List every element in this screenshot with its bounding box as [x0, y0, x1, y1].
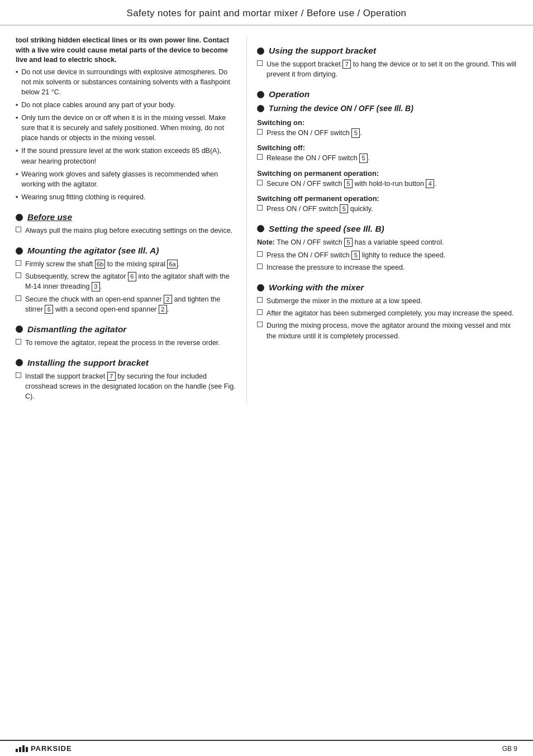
safety-bullet-list: Do not use device in surroundings with e… [16, 67, 236, 203]
content-area: tool striking hidden electical lines or … [0, 26, 533, 409]
badge-5e: 5 [344, 238, 353, 247]
brand-bars-icon [16, 745, 28, 752]
switching-on-title: Switching on: [257, 118, 517, 127]
page-number: GB 9 [502, 745, 517, 753]
square-bullet-icon [257, 129, 263, 135]
square-bullet-icon [257, 60, 263, 66]
before-use-section-title: Before use [16, 212, 236, 222]
switching-on-perm-title: Switching on permanent operation: [257, 169, 517, 178]
switching-off-title: Switching off: [257, 143, 517, 152]
bullet-icon [257, 91, 264, 98]
square-bullet-icon [257, 251, 263, 257]
list-item: Do not use device in surroundings with e… [16, 67, 236, 97]
square-bullet-icon [257, 309, 263, 315]
bullet-icon [257, 225, 264, 232]
badge-7: 7 [107, 372, 116, 381]
list-item: Wearing snug fitting clothing is require… [16, 192, 236, 202]
badge-4: 4 [426, 179, 434, 188]
badge-5a: 5 [351, 128, 360, 137]
square-bullet-icon [257, 264, 263, 269]
list-item: Secure ON / OFF switch 5 with hold-to-ru… [257, 179, 517, 189]
list-item: Firmly screw the shaft 6b to the mixing … [16, 259, 236, 269]
right-column: Using the support bracket Use the suppor… [246, 36, 517, 404]
badge-6b: 6b [95, 260, 105, 269]
badge-6a: 6a [167, 260, 177, 269]
square-bullet-icon [16, 339, 21, 344]
dismantling-section-title: Dismantling the agitator [16, 324, 236, 334]
support-bracket-section-title: Using the support bracket [257, 46, 517, 56]
bullet-icon [257, 47, 264, 55]
speed-note: Note: The ON / OFF switch 5 has a variab… [257, 237, 517, 247]
list-item: Only turn the device on or off when it i… [16, 113, 236, 143]
list-item: If the sound pressure level at the work … [16, 146, 236, 166]
list-item: Submerge the mixer in the mixture at a l… [257, 296, 517, 306]
switching-on-list: Press the ON / OFF switch 5. [257, 128, 517, 138]
switching-off-perm-title: Switching off permanent operation: [257, 194, 517, 203]
list-item: Subsequently, screw the agitator 6 into … [16, 271, 236, 291]
list-item: Secure the chuck with an open-end spanne… [16, 294, 236, 314]
list-item: Press the ON / OFF switch 5 lighlty to r… [257, 250, 517, 260]
installing-section-title: Installing the support bracket [16, 358, 236, 368]
badge-2a: 2 [164, 295, 172, 304]
mounting-section-title: Mounting the agitator (see Ill. A) [16, 246, 236, 256]
square-bullet-icon [257, 297, 263, 303]
page-footer: PARKSIDE GB 9 [0, 740, 533, 756]
working-section-title: Working with the mixer [257, 283, 517, 293]
square-bullet-icon [257, 205, 263, 210]
brand-name: PARKSIDE [31, 744, 72, 753]
bullet-icon [16, 214, 23, 221]
list-item: To remove the agitator, repeat the proce… [16, 338, 236, 348]
intro-bold: tool striking hidden electical lines or … [16, 36, 201, 44]
brand-logo: PARKSIDE [16, 744, 72, 753]
page-header: Safety notes for paint and mortar mixer … [0, 0, 533, 26]
bullet-icon [257, 105, 264, 112]
square-bullet-icon [16, 372, 21, 378]
list-item: Always pull the mains plug before execut… [16, 226, 236, 236]
badge-5f: 5 [351, 251, 360, 260]
mounting-list: Firmly screw the shaft 6b to the mixing … [16, 259, 236, 314]
page: Safety notes for paint and mortar mixer … [0, 0, 533, 756]
badge-3: 3 [92, 282, 100, 291]
badge-7b: 7 [342, 60, 351, 69]
square-bullet-icon [257, 322, 263, 327]
dismantling-list: To remove the agitator, repeat the proce… [16, 338, 236, 348]
bullet-icon [257, 284, 264, 291]
installing-list: Install the support bracket 7 by securin… [16, 371, 236, 401]
working-list: Submerge the mixer in the mixture at a l… [257, 296, 517, 341]
badge-5d: 5 [340, 204, 348, 213]
list-item: Press ON / OFF switch 5 quickly. [257, 204, 517, 214]
bullet-icon [16, 247, 23, 255]
square-bullet-icon [16, 295, 21, 301]
badge-2b: 2 [159, 305, 167, 314]
list-item: During the mixing process, move the agit… [257, 320, 517, 341]
badge-5c: 5 [344, 179, 353, 188]
list-item: Wearing work gloves and safety glasses i… [16, 169, 236, 189]
badge-6b2: 6 [45, 305, 53, 314]
setting-speed-section-title: Setting the speed (see Ill. B) [257, 224, 517, 234]
list-item: Release the ON / OFF switch 5. [257, 153, 517, 163]
switching-off-list: Release the ON / OFF switch 5. [257, 153, 517, 163]
list-item: Install the support bracket 7 by securin… [16, 371, 236, 401]
square-bullet-icon [16, 272, 21, 278]
square-bullet-icon [257, 154, 263, 160]
square-bullet-icon [16, 227, 21, 232]
bullet-icon [16, 359, 23, 366]
support-bracket-list: Use the support bracket 7 to hang the de… [257, 59, 517, 79]
list-item: Do not place cables around any part of y… [16, 100, 236, 110]
operation-section-title: Operation [257, 89, 517, 99]
square-bullet-icon [257, 180, 263, 185]
bullet-icon [16, 326, 23, 333]
square-bullet-icon [16, 260, 21, 266]
list-item: After the agitator has been submerged co… [257, 308, 517, 318]
list-item: Press the ON / OFF switch 5. [257, 128, 517, 138]
turning-section-title: Turning the device ON / OFF (see Ill. B) [257, 104, 517, 113]
before-use-list: Always pull the mains plug before execut… [16, 226, 236, 236]
list-item: Use the support bracket 7 to hang the de… [257, 59, 517, 79]
switching-off-perm-list: Press ON / OFF switch 5 quickly. [257, 204, 517, 214]
header-title: Safety notes for paint and mortar mixer … [127, 8, 407, 18]
intro-paragraph: tool striking hidden electical lines or … [16, 36, 236, 65]
list-item: Increase the pressure to increase the sp… [257, 262, 517, 272]
badge-5b: 5 [359, 154, 368, 162]
badge-6: 6 [128, 272, 136, 281]
switching-on-perm-list: Secure ON / OFF switch 5 with hold-to-ru… [257, 179, 517, 189]
